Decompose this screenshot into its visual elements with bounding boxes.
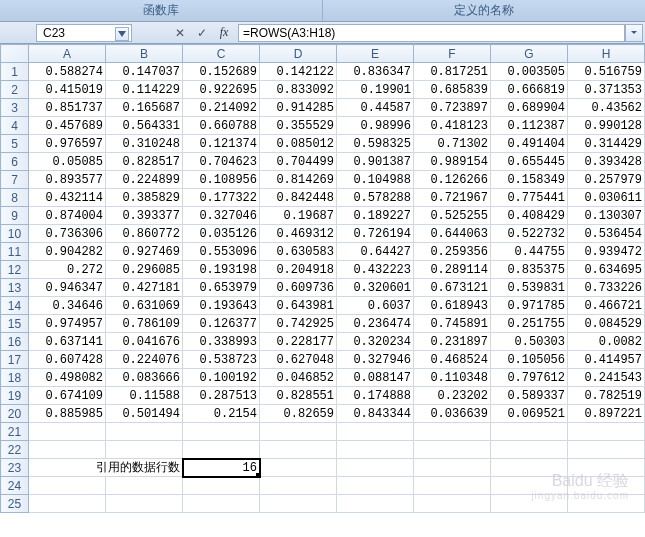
name-box[interactable]: C23 [36,24,132,42]
row-header[interactable]: 8 [1,189,29,207]
cell[interactable]: 0.786109 [106,315,183,333]
row-header[interactable]: 21 [1,423,29,441]
cell[interactable]: 0.355529 [260,117,337,135]
cell[interactable] [568,441,645,459]
cell[interactable]: 0.733226 [568,279,645,297]
cell[interactable]: 0.468524 [414,351,491,369]
cell[interactable]: 0.98996 [337,117,414,135]
cell[interactable]: 0.0082 [568,333,645,351]
cell[interactable]: 0.673121 [414,279,491,297]
cell[interactable]: 0.564331 [106,117,183,135]
cell[interactable]: 0.914285 [260,99,337,117]
cell[interactable]: 0.539831 [491,279,568,297]
cell[interactable]: 0.901387 [337,153,414,171]
cell[interactable]: 0.320234 [337,333,414,351]
cell[interactable] [491,423,568,441]
cell[interactable]: 0.34646 [29,297,106,315]
cell[interactable]: 0.100192 [183,369,260,387]
cell[interactable]: 0.589337 [491,387,568,405]
cell[interactable]: 0.71302 [414,135,491,153]
cell[interactable]: 0.19687 [260,207,337,225]
formula-bar-expand[interactable] [625,24,643,42]
cell[interactable] [414,495,491,513]
cell[interactable] [491,441,568,459]
cell[interactable]: 0.23202 [414,387,491,405]
cell[interactable]: 0.327046 [183,207,260,225]
cell[interactable]: 0.835375 [491,261,568,279]
cell[interactable]: 0.126377 [183,315,260,333]
row-header[interactable]: 9 [1,207,29,225]
cell[interactable]: 0.05085 [29,153,106,171]
insert-function-button[interactable]: fx [216,25,232,40]
cell[interactable] [29,495,106,513]
cell[interactable]: 0.637141 [29,333,106,351]
cell[interactable] [414,441,491,459]
cell[interactable]: 0.689904 [491,99,568,117]
cell[interactable]: 0.874004 [29,207,106,225]
select-all-corner[interactable] [1,45,29,63]
row-header[interactable]: 7 [1,171,29,189]
cell[interactable]: 0.685839 [414,81,491,99]
cell[interactable]: 0.003505 [491,63,568,81]
cell[interactable]: 0.088147 [337,369,414,387]
formula-bar-input[interactable]: =ROWS(A3:H18) [238,24,625,42]
cell[interactable]: 0.035126 [183,225,260,243]
col-header-D[interactable]: D [260,45,337,63]
cell[interactable]: 0.553096 [183,243,260,261]
cell[interactable]: 0.272 [29,261,106,279]
cell[interactable] [337,495,414,513]
cell[interactable]: 0.228177 [260,333,337,351]
cell[interactable] [491,477,568,495]
cell[interactable] [29,477,106,495]
cell[interactable]: 0.828551 [260,387,337,405]
cell[interactable]: 0.976597 [29,135,106,153]
cell[interactable] [414,459,491,477]
cell[interactable]: 0.147037 [106,63,183,81]
cell[interactable] [491,459,568,477]
cell[interactable]: 0.130307 [568,207,645,225]
cell[interactable]: 0.084529 [568,315,645,333]
cell[interactable] [260,441,337,459]
cell[interactable]: 0.236474 [337,315,414,333]
cell[interactable]: 0.152689 [183,63,260,81]
cell[interactable]: 0.069521 [491,405,568,423]
row-header[interactable]: 19 [1,387,29,405]
cell[interactable]: 0.104988 [337,171,414,189]
cell[interactable]: 0.990128 [568,117,645,135]
cell[interactable] [29,441,106,459]
row-header[interactable]: 16 [1,333,29,351]
cell[interactable]: 0.843344 [337,405,414,423]
cell[interactable]: 0.105056 [491,351,568,369]
cell[interactable]: 0.204918 [260,261,337,279]
cell[interactable]: 0.259356 [414,243,491,261]
cell[interactable]: 0.427181 [106,279,183,297]
cell[interactable]: 0.630583 [260,243,337,261]
cell[interactable] [491,495,568,513]
cell[interactable] [106,495,183,513]
cell[interactable]: 0.851737 [29,99,106,117]
cell[interactable]: 0.158349 [491,171,568,189]
cell[interactable]: 0.525255 [414,207,491,225]
cell[interactable]: 0.385829 [106,189,183,207]
col-header-H[interactable]: H [568,45,645,63]
cell[interactable]: 0.797612 [491,369,568,387]
cell[interactable] [337,477,414,495]
cell[interactable]: 0.214092 [183,99,260,117]
cell[interactable]: 0.320601 [337,279,414,297]
cell[interactable]: 0.142122 [260,63,337,81]
cell[interactable]: 0.644063 [414,225,491,243]
cell[interactable]: 0.126266 [414,171,491,189]
cell[interactable] [414,423,491,441]
cell[interactable]: 0.231897 [414,333,491,351]
spreadsheet-grid[interactable]: A B C D E F G H 10.5882740.1470370.15268… [0,44,645,513]
cell[interactable]: 0.64427 [337,243,414,261]
cell[interactable]: 0.393428 [568,153,645,171]
cell[interactable]: 0.814269 [260,171,337,189]
row-header[interactable]: 20 [1,405,29,423]
cell[interactable]: 0.2154 [183,405,260,423]
cell[interactable]: 0.241543 [568,369,645,387]
cell[interactable]: 0.296085 [106,261,183,279]
cell[interactable]: 0.842448 [260,189,337,207]
cell[interactable]: 0.466721 [568,297,645,315]
cell[interactable]: 0.939472 [568,243,645,261]
